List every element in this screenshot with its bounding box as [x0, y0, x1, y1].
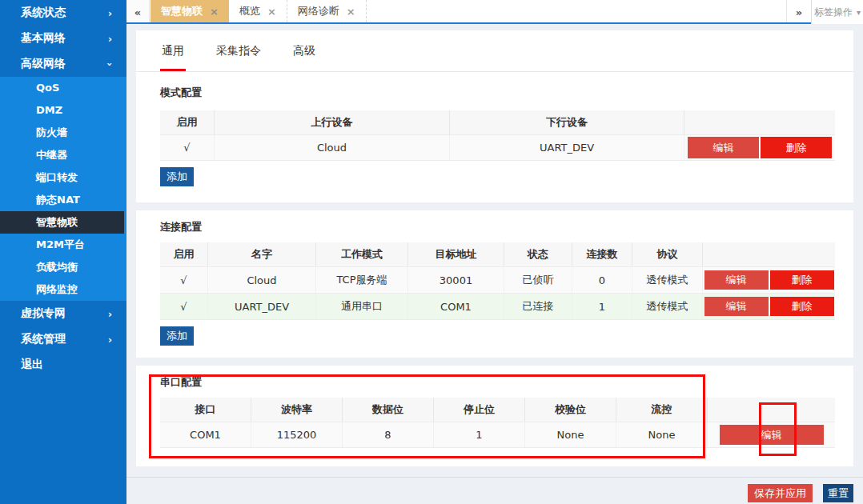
sidebar-item-label: 虚拟专网	[21, 306, 66, 321]
edit-button[interactable]: 编辑	[704, 297, 769, 316]
subtab-collect-commands[interactable]: 采集指令	[215, 32, 263, 71]
tag-operations-label: 标签操作	[814, 6, 853, 19]
col-header-parity: 校验位	[525, 398, 616, 422]
chevron-down-icon: ›	[104, 62, 116, 66]
tab-network-diagnosis[interactable]: 网络诊断 ×	[287, 0, 367, 22]
sidebar-item-repeater[interactable]: 中继器	[0, 144, 126, 166]
sidebar-item-port-forwarding[interactable]: 端口转发	[0, 166, 126, 189]
cell-data-bits: 8	[343, 422, 434, 447]
edit-button[interactable]: 编辑	[688, 137, 759, 158]
mode-config-table: 启用 上行设备 下行设备 √ Cloud UART_DEV 编辑 删除	[160, 110, 835, 161]
main-area: « 智慧物联 × 概览 × 网络诊断 × » 标签操作 ▾ 通用 采集指令	[126, 0, 863, 504]
sidebar-item-smart-iot[interactable]: 智慧物联	[0, 211, 124, 234]
col-header-name: 名字	[208, 242, 316, 266]
cell-protocol: 透传模式	[632, 294, 703, 319]
cell-downlink-device: UART_DEV	[450, 135, 684, 160]
sidebar-item-network-monitor[interactable]: 网络监控	[0, 278, 126, 301]
double-chevron-left-icon: «	[134, 6, 141, 18]
sidebar-item-static-nat[interactable]: 静态NAT	[0, 189, 126, 211]
cell-stop-bits: 1	[434, 422, 525, 447]
connection-config-table: 启用 名字 工作模式 目标地址 状态 连接数 协议 √ Cloud TCP服务端…	[160, 242, 835, 320]
connection-config-card: 连接配置 启用 名字 工作模式 目标地址 状态 连接数 协议 √ Clou	[136, 210, 853, 358]
sidebar-item-vpn[interactable]: 虚拟专网 ›	[0, 301, 126, 326]
chevron-right-icon: ›	[108, 33, 112, 45]
mode-config-card: 通用 采集指令 高级 模式配置 启用 上行设备 下行设备 √ Cloud	[136, 30, 853, 202]
double-chevron-right-icon: »	[796, 6, 802, 18]
delete-button[interactable]: 删除	[761, 137, 832, 158]
close-icon[interactable]: ×	[210, 6, 219, 18]
cell-actions: 编辑	[708, 422, 835, 447]
cell-baud-rate: 115200	[251, 422, 343, 447]
col-header-baud-rate: 波特率	[251, 398, 343, 422]
col-header-data-bits: 数据位	[343, 398, 434, 422]
chevron-right-icon: ›	[108, 334, 112, 346]
card-bottom-padding	[160, 448, 835, 466]
collapse-tabs-left-button[interactable]: «	[126, 0, 150, 24]
col-header-actions	[708, 398, 835, 422]
sidebar-item-basic-network[interactable]: 基本网络 ›	[0, 26, 126, 51]
col-header-enable: 启用	[160, 242, 208, 266]
sidebar-item-label: 系统状态	[21, 6, 66, 20]
sidebar-item-system-management[interactable]: 系统管理 ›	[0, 326, 126, 352]
tab-smart-iot[interactable]: 智慧物联 ×	[151, 0, 229, 22]
save-and-apply-button[interactable]: 保存并应用	[748, 484, 813, 502]
sidebar-submenu: QoS DMZ 防火墙 中继器 端口转发 静态NAT 智慧物联 M2M平台 负载…	[0, 77, 126, 301]
reset-button[interactable]: 重置	[823, 484, 853, 502]
cell-actions: 编辑 删除	[703, 294, 835, 319]
col-header-interface: 接口	[160, 398, 251, 422]
cell-name: Cloud	[208, 267, 316, 293]
delete-button[interactable]: 删除	[770, 270, 834, 290]
sidebar-item-system-status[interactable]: 系统状态 ›	[0, 0, 126, 26]
sidebar-item-m2m-platform[interactable]: M2M平台	[0, 234, 126, 256]
cell-connection-count: 1	[572, 294, 632, 319]
edit-button[interactable]: 编辑	[720, 425, 824, 445]
add-button[interactable]: 添加	[160, 326, 194, 346]
cell-interface: COM1	[160, 422, 251, 447]
cell-target-address: 30001	[408, 267, 504, 293]
table-row: √ Cloud TCP服务端 30001 已侦听 0 透传模式 编辑 删除	[160, 266, 835, 293]
col-header-target-address: 目标地址	[408, 242, 504, 266]
table-header-row: 启用 上行设备 下行设备	[160, 110, 835, 134]
sidebar-item-load-balancing[interactable]: 负载均衡	[0, 256, 126, 278]
sidebar-item-qos[interactable]: QoS	[0, 77, 126, 99]
cell-connection-count: 0	[572, 267, 632, 293]
cell-work-mode: 通用串口	[316, 294, 408, 319]
tab-label: 智慧物联	[161, 4, 203, 18]
card-bottom-padding	[160, 346, 835, 358]
table-row: √ UART_DEV 通用串口 COM1 已连接 1 透传模式 编辑 删除	[160, 293, 835, 319]
add-button[interactable]: 添加	[160, 167, 194, 186]
cell-actions: 编辑 删除	[703, 267, 835, 293]
sidebar-item-logout[interactable]: 退出	[0, 352, 126, 378]
cell-enabled-check: √	[160, 135, 215, 160]
delete-button[interactable]: 删除	[770, 297, 834, 316]
collapse-tabs-right-button[interactable]: »	[786, 0, 811, 24]
col-header-stop-bits: 停止位	[434, 398, 525, 422]
tab-overview[interactable]: 概览 ×	[229, 0, 287, 22]
cell-uplink-device: Cloud	[215, 135, 450, 160]
tab-bar: « 智慧物联 × 概览 × 网络诊断 × » 标签操作 ▾	[126, 0, 863, 24]
sidebar-item-advanced-network[interactable]: 高级网络 ›	[0, 51, 126, 77]
section-title-connection-config: 连接配置	[160, 210, 835, 242]
table-row: COM1 115200 8 1 None None 编辑	[160, 422, 835, 447]
subtab-advanced[interactable]: 高级	[291, 32, 317, 71]
edit-button[interactable]: 编辑	[704, 270, 769, 290]
sidebar-item-label: 退出	[21, 358, 43, 372]
tabbar-spacer	[367, 0, 786, 24]
sidebar-item-dmz[interactable]: DMZ	[0, 99, 126, 122]
cell-enabled-check: √	[160, 294, 208, 319]
close-icon[interactable]: ×	[267, 6, 276, 18]
tab-label: 网络诊断	[298, 4, 339, 18]
cell-actions: 编辑 删除	[684, 135, 835, 160]
cell-status: 已侦听	[504, 267, 572, 293]
col-header-flow-control: 流控	[616, 398, 708, 422]
cell-status: 已连接	[504, 294, 572, 319]
col-header-protocol: 协议	[632, 242, 703, 266]
table-header-row: 接口 波特率 数据位 停止位 校验位 流控	[160, 398, 835, 422]
subtab-general[interactable]: 通用	[160, 32, 186, 71]
cell-protocol: 透传模式	[632, 267, 703, 293]
table-row: √ Cloud UART_DEV 编辑 删除	[160, 134, 835, 160]
col-header-status: 状态	[504, 242, 572, 266]
tag-operations-dropdown[interactable]: 标签操作 ▾	[811, 0, 863, 24]
sidebar-item-firewall[interactable]: 防火墙	[0, 122, 126, 144]
close-icon[interactable]: ×	[347, 6, 355, 18]
